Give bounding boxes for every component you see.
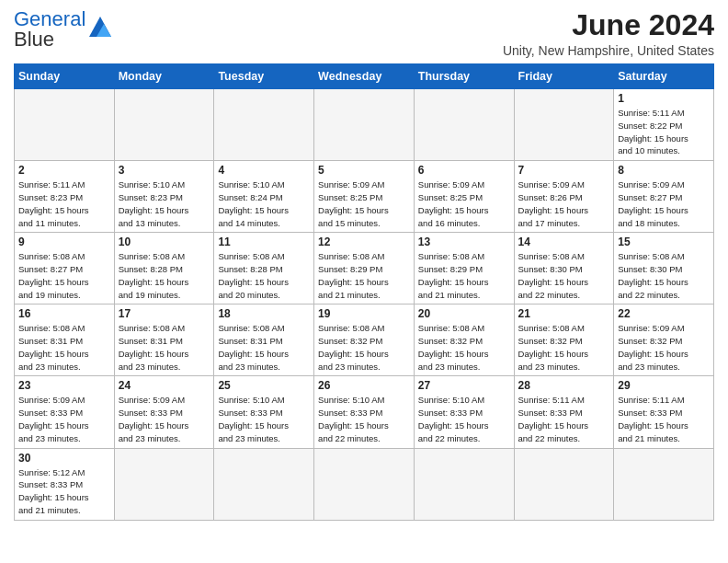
calendar-week-0: 1Sunrise: 5:11 AMSunset: 8:22 PMDaylight… xyxy=(15,89,714,161)
day-info: Sunrise: 5:08 AMSunset: 8:29 PMDaylight:… xyxy=(418,250,510,301)
day-number: 29 xyxy=(618,379,710,392)
calendar-cell: 30Sunrise: 5:12 AMSunset: 8:33 PMDayligh… xyxy=(15,448,115,520)
calendar-cell: 8Sunrise: 5:09 AMSunset: 8:27 PMDaylight… xyxy=(614,161,714,233)
day-info: Sunrise: 5:09 AMSunset: 8:25 PMDaylight:… xyxy=(318,178,410,229)
calendar-cell xyxy=(614,448,714,520)
day-number: 6 xyxy=(418,164,510,177)
day-info: Sunrise: 5:11 AMSunset: 8:22 PMDaylight:… xyxy=(618,107,710,157)
calendar-week-2: 9Sunrise: 5:08 AMSunset: 8:27 PMDaylight… xyxy=(15,233,714,304)
header-cell-monday: Monday xyxy=(114,64,214,89)
day-info: Sunrise: 5:10 AMSunset: 8:33 PMDaylight:… xyxy=(318,394,410,444)
day-info: Sunrise: 5:11 AMSunset: 8:33 PMDaylight:… xyxy=(618,394,710,444)
day-number: 4 xyxy=(218,164,310,177)
calendar-cell: 21Sunrise: 5:08 AMSunset: 8:32 PMDayligh… xyxy=(514,304,614,376)
day-number: 28 xyxy=(518,379,610,392)
day-info: Sunrise: 5:08 AMSunset: 8:32 PMDaylight:… xyxy=(518,322,610,373)
day-info: Sunrise: 5:08 AMSunset: 8:27 PMDaylight:… xyxy=(18,250,110,301)
calendar-cell: 15Sunrise: 5:08 AMSunset: 8:30 PMDayligh… xyxy=(614,233,714,304)
day-number: 23 xyxy=(18,379,110,392)
day-info: Sunrise: 5:09 AMSunset: 8:33 PMDaylight:… xyxy=(119,394,210,444)
day-number: 1 xyxy=(618,92,710,105)
calendar-cell: 28Sunrise: 5:11 AMSunset: 8:33 PMDayligh… xyxy=(514,376,614,448)
day-info: Sunrise: 5:08 AMSunset: 8:29 PMDaylight:… xyxy=(318,250,410,301)
calendar-cell: 3Sunrise: 5:10 AMSunset: 8:23 PMDaylight… xyxy=(114,161,214,233)
day-info: Sunrise: 5:08 AMSunset: 8:28 PMDaylight:… xyxy=(218,250,310,301)
day-number: 2 xyxy=(18,164,110,177)
calendar-cell xyxy=(214,89,314,161)
calendar-cell: 25Sunrise: 5:10 AMSunset: 8:33 PMDayligh… xyxy=(214,376,314,448)
calendar-cell: 23Sunrise: 5:09 AMSunset: 8:33 PMDayligh… xyxy=(15,376,115,448)
day-number: 12 xyxy=(318,236,410,248)
day-number: 26 xyxy=(318,379,410,392)
title-block: June 2024 Unity, New Hampshire, United S… xyxy=(503,9,714,58)
day-number: 27 xyxy=(418,379,510,392)
day-info: Sunrise: 5:11 AMSunset: 8:23 PMDaylight:… xyxy=(18,178,110,229)
day-number: 21 xyxy=(518,307,610,320)
header-cell-sunday: Sunday xyxy=(15,64,115,89)
day-info: Sunrise: 5:09 AMSunset: 8:25 PMDaylight:… xyxy=(418,178,510,229)
calendar-cell xyxy=(15,89,115,161)
header-row: SundayMondayTuesdayWednesdayThursdayFrid… xyxy=(15,64,714,89)
day-number: 20 xyxy=(418,307,510,320)
day-number: 17 xyxy=(119,307,210,320)
day-info: Sunrise: 5:10 AMSunset: 8:24 PMDaylight:… xyxy=(218,178,310,229)
calendar-week-5: 30Sunrise: 5:12 AMSunset: 8:33 PMDayligh… xyxy=(15,448,714,520)
calendar-cell: 17Sunrise: 5:08 AMSunset: 8:31 PMDayligh… xyxy=(114,304,214,376)
day-number: 10 xyxy=(119,236,210,248)
day-number: 19 xyxy=(318,307,410,320)
day-info: Sunrise: 5:08 AMSunset: 8:31 PMDaylight:… xyxy=(119,322,210,373)
calendar-subtitle: Unity, New Hampshire, United States xyxy=(503,43,714,58)
day-info: Sunrise: 5:08 AMSunset: 8:31 PMDaylight:… xyxy=(218,322,310,373)
day-info: Sunrise: 5:10 AMSunset: 8:33 PMDaylight:… xyxy=(418,394,510,444)
day-info: Sunrise: 5:12 AMSunset: 8:33 PMDaylight:… xyxy=(18,466,110,517)
day-number: 3 xyxy=(119,164,210,177)
calendar-cell: 26Sunrise: 5:10 AMSunset: 8:33 PMDayligh… xyxy=(314,376,415,448)
calendar-cell xyxy=(514,89,614,161)
header-cell-tuesday: Tuesday xyxy=(214,64,314,89)
calendar-week-4: 23Sunrise: 5:09 AMSunset: 8:33 PMDayligh… xyxy=(15,376,714,448)
day-number: 18 xyxy=(218,307,310,320)
day-number: 7 xyxy=(518,164,610,177)
calendar-cell xyxy=(214,448,314,520)
header-cell-wednesday: Wednesday xyxy=(314,64,415,89)
day-number: 16 xyxy=(18,307,110,320)
calendar-cell: 5Sunrise: 5:09 AMSunset: 8:25 PMDaylight… xyxy=(314,161,415,233)
calendar-cell xyxy=(414,448,514,520)
day-number: 24 xyxy=(119,379,210,392)
day-number: 13 xyxy=(418,236,510,248)
calendar-cell xyxy=(514,448,614,520)
calendar-table: SundayMondayTuesdayWednesdayThursdayFrid… xyxy=(14,63,714,520)
day-info: Sunrise: 5:08 AMSunset: 8:30 PMDaylight:… xyxy=(518,250,610,301)
calendar-cell: 14Sunrise: 5:08 AMSunset: 8:30 PMDayligh… xyxy=(514,233,614,304)
day-info: Sunrise: 5:08 AMSunset: 8:31 PMDaylight:… xyxy=(18,322,110,373)
calendar-cell xyxy=(314,89,415,161)
day-info: Sunrise: 5:09 AMSunset: 8:26 PMDaylight:… xyxy=(518,178,610,229)
day-info: Sunrise: 5:10 AMSunset: 8:33 PMDaylight:… xyxy=(218,394,310,444)
day-number: 5 xyxy=(318,164,410,177)
day-info: Sunrise: 5:09 AMSunset: 8:32 PMDaylight:… xyxy=(618,322,710,373)
calendar-cell: 7Sunrise: 5:09 AMSunset: 8:26 PMDaylight… xyxy=(514,161,614,233)
calendar-cell: 18Sunrise: 5:08 AMSunset: 8:31 PMDayligh… xyxy=(214,304,314,376)
logo-icon xyxy=(87,15,113,40)
calendar-cell xyxy=(314,448,415,520)
day-number: 11 xyxy=(218,236,310,248)
calendar-cell: 29Sunrise: 5:11 AMSunset: 8:33 PMDayligh… xyxy=(614,376,714,448)
header-cell-friday: Friday xyxy=(514,64,614,89)
day-number: 8 xyxy=(618,164,710,177)
day-number: 15 xyxy=(618,236,710,248)
day-number: 9 xyxy=(18,236,110,248)
calendar-cell: 16Sunrise: 5:08 AMSunset: 8:31 PMDayligh… xyxy=(15,304,115,376)
logo-text: GeneralBlue xyxy=(14,7,85,51)
calendar-cell: 10Sunrise: 5:08 AMSunset: 8:28 PMDayligh… xyxy=(114,233,214,304)
day-info: Sunrise: 5:10 AMSunset: 8:23 PMDaylight:… xyxy=(119,178,210,229)
calendar-cell: 13Sunrise: 5:08 AMSunset: 8:29 PMDayligh… xyxy=(414,233,514,304)
calendar-week-3: 16Sunrise: 5:08 AMSunset: 8:31 PMDayligh… xyxy=(15,304,714,376)
calendar-title: June 2024 xyxy=(503,9,714,41)
calendar-cell: 1Sunrise: 5:11 AMSunset: 8:22 PMDaylight… xyxy=(614,89,714,161)
day-number: 22 xyxy=(618,307,710,320)
calendar-cell: 6Sunrise: 5:09 AMSunset: 8:25 PMDaylight… xyxy=(414,161,514,233)
calendar-cell: 4Sunrise: 5:10 AMSunset: 8:24 PMDaylight… xyxy=(214,161,314,233)
calendar-cell xyxy=(114,448,214,520)
day-info: Sunrise: 5:09 AMSunset: 8:27 PMDaylight:… xyxy=(618,178,710,229)
calendar-cell: 22Sunrise: 5:09 AMSunset: 8:32 PMDayligh… xyxy=(614,304,714,376)
